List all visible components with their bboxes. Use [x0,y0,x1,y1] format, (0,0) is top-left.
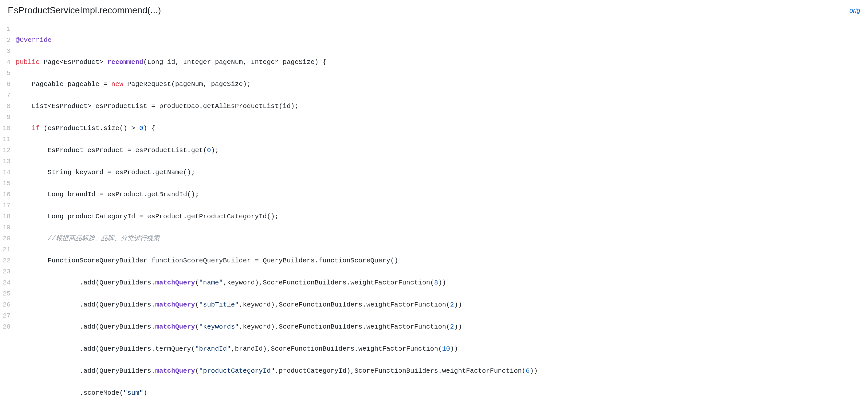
code-line: List<EsProduct> esProductList = productD… [16,101,538,112]
line-number: 12 [3,145,11,156]
line-number: 28 [3,321,11,333]
code-line: if (esProductList.size() > 0) { [16,123,538,134]
code-line: EsProduct esProduct = esProductList.get(… [16,145,538,156]
line-number: 15 [3,178,11,189]
line-number: 1 [3,24,11,35]
code-line: String keyword = esProduct.getName(); [16,167,538,178]
code-block[interactable]: @Override public Page<EsProduct> recomme… [16,24,538,397]
line-number: 2 [3,35,11,46]
line-number: 24 [3,277,11,288]
line-number: 7 [3,90,11,101]
line-number: 4 [3,57,11,68]
file-title: EsProductServiceImpl.recommend(...) [8,5,161,16]
line-number: 27 [3,310,11,321]
code-line: //根据商品标题、品牌、分类进行搜索 [16,233,538,244]
code-line: .scoreMode("sum") [16,388,538,397]
code-line: .add(QueryBuilders.matchQuery("keywords"… [16,321,538,333]
code-line: .add(QueryBuilders.matchQuery("subTitle"… [16,300,538,310]
code-line: Pageable pageable = new PageRequest(page… [16,79,538,90]
code-line: Long brandId = esProduct.getBrandId(); [16,189,538,200]
line-number: 23 [3,266,11,277]
line-number: 20 [3,233,11,244]
line-number: 13 [3,156,11,167]
code-line: Long productCategoryId = esProduct.getPr… [16,211,538,222]
code-line: FunctionScoreQueryBuilder functionScoreQ… [16,255,538,266]
code-line: @Override [16,35,538,46]
line-number: 3 [3,46,11,57]
line-numbers-gutter: 1 2 3 4 5 6 7 8 9 10 11 12 13 14 15 16 1… [0,24,16,397]
line-number: 17 [3,200,11,211]
code-line: .add(QueryBuilders.matchQuery("name",key… [16,277,538,288]
code-line: .add(QueryBuilders.termQuery("brandId",b… [16,343,538,355]
line-number: 14 [3,167,11,178]
line-number: 10 [3,123,11,134]
code-line: public Page<EsProduct> recommend(Long id… [16,57,538,68]
line-number: 9 [3,112,11,123]
line-number: 18 [3,211,11,222]
file-header: EsProductServiceImpl.recommend(...) orig [0,0,868,21]
line-number: 8 [3,101,11,112]
line-number: 6 [3,79,11,90]
line-number: 22 [3,255,11,266]
line-number: 11 [3,134,11,145]
code-line: .add(QueryBuilders.matchQuery("productCa… [16,366,538,376]
origin-link[interactable]: orig [849,7,860,14]
line-number: 21 [3,244,11,255]
line-number: 5 [3,68,11,79]
code-container: 1 2 3 4 5 6 7 8 9 10 11 12 13 14 15 16 1… [0,21,868,397]
line-number: 16 [3,189,11,200]
line-number: 26 [3,300,11,310]
line-number: 19 [3,222,11,233]
line-number: 25 [3,288,11,300]
